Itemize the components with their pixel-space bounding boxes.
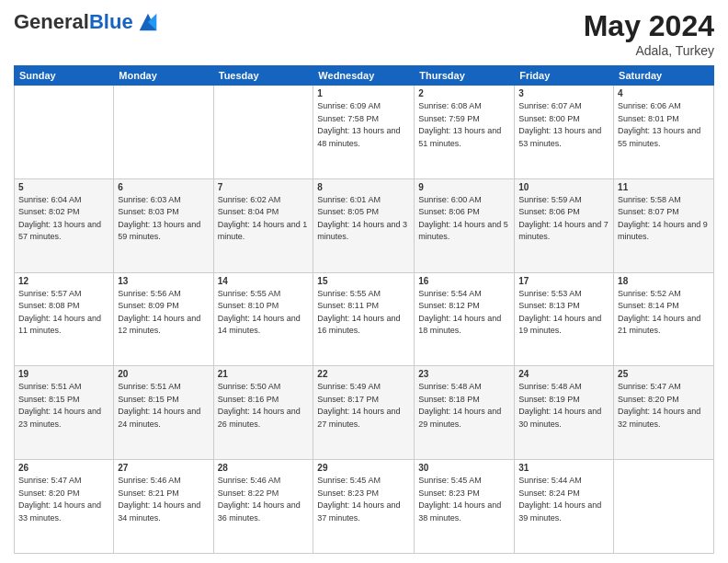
day-number: 24 xyxy=(518,369,609,379)
day-number: 20 xyxy=(118,369,209,379)
day-info: Sunrise: 6:03 AMSunset: 8:03 PMDaylight:… xyxy=(118,194,209,244)
day-number: 31 xyxy=(518,463,609,473)
day-number: 18 xyxy=(618,276,710,286)
day-info: Sunrise: 5:56 AMSunset: 8:09 PMDaylight:… xyxy=(118,288,209,338)
day-info: Sunrise: 6:00 AMSunset: 8:06 PMDaylight:… xyxy=(418,194,510,244)
day-info: Sunrise: 6:09 AMSunset: 7:58 PMDaylight:… xyxy=(317,100,410,150)
weekday-header: Sunday xyxy=(15,66,114,86)
day-number: 22 xyxy=(317,369,410,379)
calendar-cell: 15Sunrise: 5:55 AMSunset: 8:11 PMDayligh… xyxy=(313,272,415,366)
calendar-cell: 12Sunrise: 5:57 AMSunset: 8:08 PMDayligh… xyxy=(15,272,114,366)
calendar-cell: 7Sunrise: 6:02 AMSunset: 8:04 PMDaylight… xyxy=(213,178,313,272)
day-info: Sunrise: 5:51 AMSunset: 8:15 PMDaylight:… xyxy=(18,381,109,431)
day-info: Sunrise: 5:47 AMSunset: 8:20 PMDaylight:… xyxy=(18,475,109,524)
day-number: 12 xyxy=(18,276,109,286)
title-area: May 2024 Adala, Turkey xyxy=(584,9,714,58)
day-number: 13 xyxy=(118,276,209,286)
day-number: 29 xyxy=(317,463,410,473)
calendar-cell xyxy=(114,86,213,179)
calendar-cell: 2Sunrise: 6:08 AMSunset: 7:59 PMDaylight… xyxy=(415,86,515,179)
day-number: 1 xyxy=(317,88,410,98)
calendar-week-row: 26Sunrise: 5:47 AMSunset: 8:20 PMDayligh… xyxy=(15,460,714,554)
day-info: Sunrise: 5:58 AMSunset: 8:07 PMDaylight:… xyxy=(618,194,710,244)
day-info: Sunrise: 6:01 AMSunset: 8:05 PMDaylight:… xyxy=(317,194,410,244)
calendar-cell: 4Sunrise: 6:06 AMSunset: 8:01 PMDaylight… xyxy=(614,86,714,179)
weekday-header: Saturday xyxy=(614,66,714,86)
day-number: 25 xyxy=(618,369,710,379)
day-info: Sunrise: 5:53 AMSunset: 8:13 PMDaylight:… xyxy=(518,288,609,338)
day-info: Sunrise: 5:46 AMSunset: 8:22 PMDaylight:… xyxy=(218,475,310,524)
weekday-header-row: SundayMondayTuesdayWednesdayThursdayFrid… xyxy=(15,66,714,86)
day-info: Sunrise: 5:59 AMSunset: 8:06 PMDaylight:… xyxy=(518,194,609,244)
day-info: Sunrise: 5:47 AMSunset: 8:20 PMDaylight:… xyxy=(618,381,710,431)
day-info: Sunrise: 5:48 AMSunset: 8:18 PMDaylight:… xyxy=(418,381,510,431)
day-info: Sunrise: 6:07 AMSunset: 8:00 PMDaylight:… xyxy=(518,100,609,150)
calendar-cell xyxy=(614,460,714,554)
calendar-cell: 26Sunrise: 5:47 AMSunset: 8:20 PMDayligh… xyxy=(15,460,114,554)
day-number: 11 xyxy=(618,182,710,192)
day-number: 5 xyxy=(18,182,109,192)
calendar: SundayMondayTuesdayWednesdayThursdayFrid… xyxy=(14,65,714,554)
day-info: Sunrise: 6:06 AMSunset: 8:01 PMDaylight:… xyxy=(618,100,710,150)
day-info: Sunrise: 5:55 AMSunset: 8:10 PMDaylight:… xyxy=(218,288,310,338)
day-info: Sunrise: 5:50 AMSunset: 8:16 PMDaylight:… xyxy=(218,381,310,431)
calendar-cell: 8Sunrise: 6:01 AMSunset: 8:05 PMDaylight… xyxy=(313,178,415,272)
calendar-cell xyxy=(213,86,313,179)
calendar-cell: 24Sunrise: 5:48 AMSunset: 8:19 PMDayligh… xyxy=(515,366,614,460)
day-info: Sunrise: 6:04 AMSunset: 8:02 PMDaylight:… xyxy=(18,194,109,244)
calendar-cell: 31Sunrise: 5:44 AMSunset: 8:24 PMDayligh… xyxy=(515,460,614,554)
calendar-cell: 28Sunrise: 5:46 AMSunset: 8:22 PMDayligh… xyxy=(213,460,313,554)
day-info: Sunrise: 6:08 AMSunset: 7:59 PMDaylight:… xyxy=(418,100,510,150)
day-number: 27 xyxy=(118,463,209,473)
month-title: May 2024 xyxy=(584,9,714,43)
day-info: Sunrise: 5:51 AMSunset: 8:15 PMDaylight:… xyxy=(118,381,209,431)
calendar-cell: 19Sunrise: 5:51 AMSunset: 8:15 PMDayligh… xyxy=(15,366,114,460)
calendar-cell: 17Sunrise: 5:53 AMSunset: 8:13 PMDayligh… xyxy=(515,272,614,366)
logo: GeneralBlue xyxy=(14,9,161,35)
day-info: Sunrise: 5:48 AMSunset: 8:19 PMDaylight:… xyxy=(518,381,609,431)
day-info: Sunrise: 5:49 AMSunset: 8:17 PMDaylight:… xyxy=(317,381,410,431)
calendar-cell: 9Sunrise: 6:00 AMSunset: 8:06 PMDaylight… xyxy=(415,178,515,272)
day-info: Sunrise: 5:57 AMSunset: 8:08 PMDaylight:… xyxy=(18,288,109,338)
day-number: 2 xyxy=(418,88,510,98)
day-number: 21 xyxy=(218,369,310,379)
logo-general-text: GeneralBlue xyxy=(14,11,133,33)
weekday-header: Thursday xyxy=(415,66,515,86)
calendar-week-row: 12Sunrise: 5:57 AMSunset: 8:08 PMDayligh… xyxy=(15,272,714,366)
calendar-cell: 16Sunrise: 5:54 AMSunset: 8:12 PMDayligh… xyxy=(415,272,515,366)
calendar-cell: 5Sunrise: 6:04 AMSunset: 8:02 PMDaylight… xyxy=(15,178,114,272)
calendar-cell: 11Sunrise: 5:58 AMSunset: 8:07 PMDayligh… xyxy=(614,178,714,272)
day-info: Sunrise: 5:46 AMSunset: 8:21 PMDaylight:… xyxy=(118,475,209,524)
day-number: 15 xyxy=(317,276,410,286)
calendar-cell: 1Sunrise: 6:09 AMSunset: 7:58 PMDaylight… xyxy=(313,86,415,179)
calendar-week-row: 1Sunrise: 6:09 AMSunset: 7:58 PMDaylight… xyxy=(15,86,714,179)
calendar-cell: 14Sunrise: 5:55 AMSunset: 8:10 PMDayligh… xyxy=(213,272,313,366)
calendar-week-row: 19Sunrise: 5:51 AMSunset: 8:15 PMDayligh… xyxy=(15,366,714,460)
day-number: 14 xyxy=(218,276,310,286)
weekday-header: Wednesday xyxy=(313,66,415,86)
logo-icon xyxy=(135,9,161,35)
calendar-cell: 22Sunrise: 5:49 AMSunset: 8:17 PMDayligh… xyxy=(313,366,415,460)
calendar-cell: 25Sunrise: 5:47 AMSunset: 8:20 PMDayligh… xyxy=(614,366,714,460)
weekday-header: Tuesday xyxy=(213,66,313,86)
day-number: 19 xyxy=(18,369,109,379)
day-number: 10 xyxy=(518,182,609,192)
calendar-cell: 23Sunrise: 5:48 AMSunset: 8:18 PMDayligh… xyxy=(415,366,515,460)
calendar-cell: 3Sunrise: 6:07 AMSunset: 8:00 PMDaylight… xyxy=(515,86,614,179)
day-number: 4 xyxy=(618,88,710,98)
day-number: 23 xyxy=(418,369,510,379)
calendar-cell: 18Sunrise: 5:52 AMSunset: 8:14 PMDayligh… xyxy=(614,272,714,366)
calendar-cell: 27Sunrise: 5:46 AMSunset: 8:21 PMDayligh… xyxy=(114,460,213,554)
day-number: 7 xyxy=(218,182,310,192)
calendar-week-row: 5Sunrise: 6:04 AMSunset: 8:02 PMDaylight… xyxy=(15,178,714,272)
page: GeneralBlue May 2024 Adala, Turkey Sunda… xyxy=(0,0,728,563)
calendar-cell: 20Sunrise: 5:51 AMSunset: 8:15 PMDayligh… xyxy=(114,366,213,460)
weekday-header: Monday xyxy=(114,66,213,86)
day-number: 26 xyxy=(18,463,109,473)
day-info: Sunrise: 5:52 AMSunset: 8:14 PMDaylight:… xyxy=(618,288,710,338)
calendar-cell: 13Sunrise: 5:56 AMSunset: 8:09 PMDayligh… xyxy=(114,272,213,366)
day-number: 16 xyxy=(418,276,510,286)
day-info: Sunrise: 6:02 AMSunset: 8:04 PMDaylight:… xyxy=(218,194,310,244)
calendar-table: SundayMondayTuesdayWednesdayThursdayFrid… xyxy=(14,65,714,554)
day-number: 28 xyxy=(218,463,310,473)
